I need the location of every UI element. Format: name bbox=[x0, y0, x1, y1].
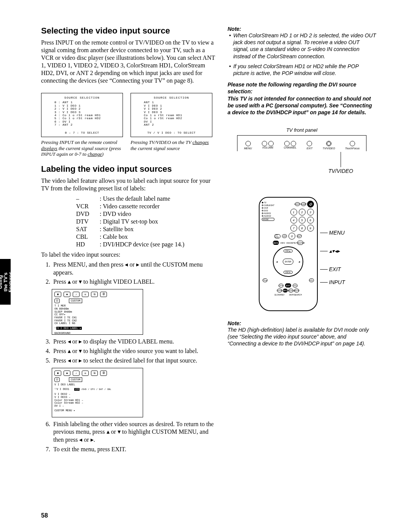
menu-tab-icon: ⧉ bbox=[91, 292, 98, 297]
osd-remote: SOURCE SELECTION 0 : ANT 11 : V I DEO 12… bbox=[41, 93, 123, 137]
note-1: Note: When ColorStream HD 1 or HD 2 is s… bbox=[228, 26, 376, 77]
osd-tv: SOURCE SELECTION ANT 1V I DEO 1V I DEO 2… bbox=[131, 93, 212, 137]
remote-illustration: TV CABLE/SAT VCR DVD AUDIO1 AUDIO2 MODE … bbox=[228, 197, 376, 311]
panel-tvvideo-button[interactable] bbox=[326, 141, 331, 146]
label-table: –: Uses the default label nameVCR: Video… bbox=[75, 195, 189, 249]
panel-vol-down-button[interactable] bbox=[262, 141, 267, 146]
panel-touchfocus-button[interactable] bbox=[350, 141, 355, 146]
steps-cont: Press ◂ or ▸ to display the VIDEO LABEL … bbox=[52, 338, 217, 364]
callout-exit: EXIT bbox=[320, 266, 345, 272]
para-selecting: Press INPUT on the remote control or TV/… bbox=[41, 39, 217, 85]
note-2: Note: The HD (high-definition) label is … bbox=[228, 320, 376, 347]
panel-ch-down-button[interactable] bbox=[284, 141, 290, 146]
dpad[interactable]: FAV▲ ENTER FAV▼ ◂ ▸ bbox=[273, 246, 303, 277]
heading-labeling: Labeling the video input sources bbox=[41, 164, 217, 174]
panel-ch-up-button[interactable] bbox=[291, 141, 296, 146]
menu-tab-icon: ◉ bbox=[64, 371, 70, 376]
menu-tab-icon: ⦿ bbox=[100, 292, 107, 297]
note-dvi: Please note the following regarding the … bbox=[228, 81, 376, 116]
callout-input: INPUT bbox=[320, 279, 345, 285]
steps-end: Finish labeling the other video sources … bbox=[52, 420, 217, 454]
callout-arrows: ▴▾◂▸ bbox=[320, 248, 345, 254]
power-button[interactable]: ⏻ bbox=[307, 201, 314, 208]
panel-exit-button[interactable] bbox=[307, 141, 312, 146]
steps: Press MENU, and then press ◂ or ▸ until … bbox=[52, 261, 217, 286]
menu-tab-icon: ▣ bbox=[54, 292, 61, 297]
sub-icon: ☷ bbox=[54, 377, 60, 382]
para-to-label: To label the video input sources: bbox=[41, 251, 217, 259]
menu-tab-icon: ⧈ bbox=[82, 292, 89, 297]
custom-menu-2: ▣ ◉ ♪ ⧈ ⧉ ⦿ ☷CUSTOM V I DEO LABEL ☞V I D… bbox=[52, 368, 143, 417]
menu-tab-icon: ⦿ bbox=[100, 371, 107, 376]
exit-button[interactable]: EXIT bbox=[285, 283, 291, 288]
sub-icon: ☷ bbox=[54, 299, 60, 303]
menu-button[interactable]: MENU bbox=[273, 241, 279, 245]
custom-menu-1: ▣ ◉ ♪ ⧈ ⧉ ⦿ ☷CUSTOM T I MER ON 00h00m SL… bbox=[52, 289, 143, 335]
page-number: 58 bbox=[41, 512, 48, 519]
panel-menu-button[interactable] bbox=[245, 141, 251, 146]
enter-button[interactable]: ENTER bbox=[283, 259, 293, 265]
front-panel: TV front panel MENU VOLUME CHANNEL EXIT … bbox=[228, 127, 376, 174]
menu-tab-icon: ⧉ bbox=[91, 371, 98, 376]
menu-tab-icon: ▣ bbox=[54, 371, 61, 376]
menu-tab-icon: ♪ bbox=[73, 371, 80, 376]
osd-row: SOURCE SELECTION 0 : ANT 11 : V I DEO 12… bbox=[41, 93, 217, 157]
panel-vol-up-button[interactable] bbox=[268, 141, 274, 146]
osd2-caption: Pressing TV/VIDEO on the TV changes the … bbox=[131, 139, 212, 151]
para-labeling: The video label feature allows you to la… bbox=[41, 177, 217, 192]
menu-tab-icon: ⧈ bbox=[82, 371, 89, 376]
callout-menu: MENU bbox=[320, 230, 345, 236]
menu-tab-icon: ◉ bbox=[64, 292, 70, 297]
menu-tab-icon: ♪ bbox=[73, 292, 80, 297]
side-tab: Using the TV's Features bbox=[0, 259, 11, 305]
heading-selecting: Selecting the video input source bbox=[41, 26, 217, 36]
osd1-caption: Pressing INPUT on the remote control dis… bbox=[41, 139, 123, 157]
